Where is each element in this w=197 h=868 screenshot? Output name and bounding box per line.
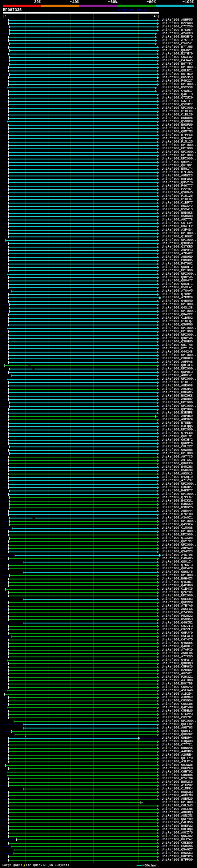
svg-text:~100%: ~100% bbox=[182, 0, 194, 4]
svg-text:AlignView.pm Beta rel.7: AlignView.pm Beta rel.7 bbox=[118, 8, 162, 12]
svg-text:(in Subject): (in Subject) bbox=[47, 863, 69, 867]
svg-text:Large gaps:: Large gaps: bbox=[2, 863, 23, 867]
svg-text:=50char.: =50char. bbox=[143, 864, 159, 867]
svg-text:~80%: ~80% bbox=[146, 0, 156, 4]
svg-text:~40%: ~40% bbox=[70, 0, 79, 4]
svg-text:(in Query)/: (in Query)/ bbox=[26, 863, 46, 867]
svg-text:~60%: ~60% bbox=[108, 0, 118, 4]
svg-text:|1: |1 bbox=[3, 14, 7, 18]
svg-text:20%: 20% bbox=[34, 0, 41, 4]
svg-text:UniRef100_B7FPQ0: UniRef100_B7FPQ0 bbox=[162, 858, 193, 862]
svg-text:346|: 346| bbox=[152, 14, 159, 18]
svg-text:BP087335: BP087335 bbox=[3, 8, 22, 12]
